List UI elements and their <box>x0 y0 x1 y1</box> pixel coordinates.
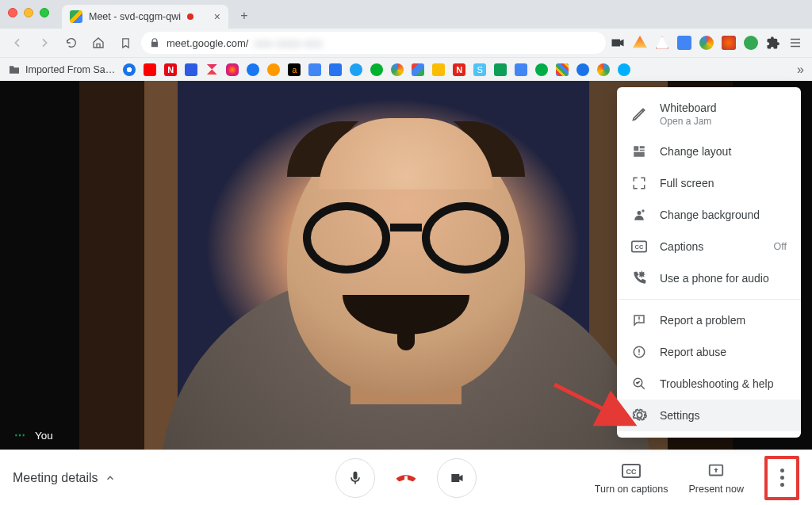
tab-strip: Meet - svd-cqgm-qwi × + <box>62 0 255 29</box>
ext-icon-6[interactable] <box>722 36 736 50</box>
more-options-menu: Whiteboard Open a Jam Change layout Full… <box>617 87 801 438</box>
bm-docs-icon[interactable] <box>515 63 527 76</box>
bm-chrome-icon[interactable] <box>391 63 404 76</box>
brave-icon[interactable] <box>633 36 647 50</box>
close-window-icon[interactable] <box>8 8 17 17</box>
bm-icon-9[interactable]: a <box>288 63 301 76</box>
address-bar[interactable]: meet.google.com/ xxx-xxxx-xxx <box>141 32 606 54</box>
person-soulpatch <box>397 328 415 350</box>
bm-instagram-icon[interactable] <box>226 63 239 76</box>
layout-icon <box>631 143 647 159</box>
menu-report-problem-label: Report a problem <box>660 314 745 327</box>
menu-troubleshoot[interactable]: Troubleshooting & help <box>617 368 801 400</box>
mute-button[interactable] <box>335 458 375 498</box>
new-tab-button[interactable]: + <box>233 5 255 27</box>
home-icon <box>92 36 105 49</box>
browser-tab-active[interactable]: Meet - svd-cqgm-qwi × <box>62 5 228 29</box>
camera-indicator-icon[interactable] <box>611 37 625 48</box>
bm-icon-5[interactable] <box>205 63 218 76</box>
bm-netflix-icon[interactable]: N <box>164 63 177 76</box>
bm-gmail-icon[interactable] <box>412 63 424 76</box>
call-controls <box>335 458 477 498</box>
bookmark-button[interactable] <box>114 32 136 54</box>
phone-audio-icon <box>631 270 647 286</box>
maximize-window-icon[interactable] <box>40 8 49 17</box>
menu-phone-label: Use a phone for audio <box>660 272 769 285</box>
svg-text:CC: CC <box>635 243 644 251</box>
bm-icon-17[interactable]: N <box>453 63 465 76</box>
menu-report-problem[interactable]: Report a problem <box>617 304 801 336</box>
hangup-button[interactable] <box>386 458 426 498</box>
bookmark-folder[interactable]: Imported From Sa… <box>8 63 115 76</box>
bm-twitter-icon[interactable] <box>350 63 362 76</box>
menu-fullscreen[interactable]: Full screen <box>617 167 801 199</box>
menu-report-abuse-label: Report abuse <box>660 346 726 358</box>
browser-toolbar: meet.google.com/ xxx-xxxx-xxx <box>0 29 812 57</box>
bm-facebook-icon[interactable] <box>247 63 259 76</box>
self-label: ⋯ You <box>14 429 53 442</box>
browser-menu-icon[interactable] <box>788 36 802 50</box>
bm-flipkart-icon[interactable] <box>329 63 342 76</box>
chevron-up-icon <box>105 472 116 484</box>
bm-icon-10[interactable] <box>308 63 321 76</box>
bm-youtube-icon[interactable] <box>144 63 156 76</box>
right-actions: CC Turn on captions Present now <box>595 456 799 500</box>
translate-ext-icon[interactable] <box>677 36 691 50</box>
present-now-button[interactable]: Present now <box>689 461 744 495</box>
hangup-icon <box>394 466 418 490</box>
menu-settings[interactable]: Settings <box>617 400 801 431</box>
options-dots-icon[interactable]: ⋯ <box>14 429 27 442</box>
menu-change-background[interactable]: Change background <box>617 199 801 231</box>
warning-ext-icon[interactable] <box>655 36 669 50</box>
lock-icon <box>149 37 160 48</box>
bm-icon-24[interactable] <box>597 63 610 76</box>
bm-icon-25[interactable] <box>618 63 630 76</box>
ext-icon-7[interactable] <box>744 36 758 50</box>
bm-amazon-icon[interactable] <box>267 63 280 76</box>
bm-icon-22[interactable] <box>556 63 569 76</box>
self-label-text: You <box>35 430 53 442</box>
bm-sheets-icon[interactable] <box>494 63 507 76</box>
bm-icon-4[interactable] <box>185 63 197 76</box>
present-label: Present now <box>689 484 744 495</box>
url-host: meet.google.com/ <box>167 37 248 49</box>
bm-icon-1[interactable] <box>123 63 136 76</box>
turn-on-captions-button[interactable]: CC Turn on captions <box>595 461 668 495</box>
close-tab-icon[interactable]: × <box>214 10 220 23</box>
person-glasses <box>303 206 509 270</box>
back-button[interactable] <box>6 32 29 54</box>
menu-captions[interactable]: CC Captions Off <box>617 231 801 262</box>
menu-change-layout[interactable]: Change layout <box>617 136 801 167</box>
menu-whiteboard-label: Whiteboard <box>660 101 717 116</box>
menu-settings-label: Settings <box>660 409 700 422</box>
menu-captions-label: Captions <box>660 240 703 253</box>
captions-icon: CC <box>631 239 647 254</box>
bm-icon-13[interactable] <box>370 63 383 76</box>
extensions-puzzle-icon[interactable] <box>766 36 780 50</box>
bm-icon-23[interactable] <box>576 63 589 76</box>
home-button[interactable] <box>87 32 109 54</box>
forward-button[interactable] <box>33 32 56 54</box>
menu-captions-state: Off <box>774 241 787 252</box>
menu-report-abuse[interactable]: Report abuse <box>617 336 801 368</box>
meeting-details-button[interactable]: Meeting details <box>13 471 116 485</box>
ext-icon-5[interactable] <box>699 36 714 50</box>
menu-phone-audio[interactable]: Use a phone for audio <box>617 262 801 294</box>
sparkle-person-icon <box>631 207 647 223</box>
minimize-window-icon[interactable] <box>24 8 33 17</box>
present-icon <box>707 461 726 480</box>
gear-icon <box>631 407 647 423</box>
feedback-icon <box>631 312 647 328</box>
meet-bottom-bar: Meeting details CC Turn on captions <box>0 450 812 505</box>
reload-button[interactable] <box>60 32 82 54</box>
menu-background-label: Change background <box>660 209 760 221</box>
bm-icon-21[interactable] <box>535 63 548 76</box>
menu-whiteboard[interactable]: Whiteboard Open a Jam <box>617 94 801 136</box>
bm-icon-16[interactable] <box>432 63 445 76</box>
bm-icon-18[interactable]: S <box>473 63 486 76</box>
microphone-icon <box>347 470 363 486</box>
more-options-button[interactable] <box>764 456 799 500</box>
extension-icons <box>611 36 806 50</box>
camera-button[interactable] <box>437 458 477 498</box>
bookmarks-overflow[interactable]: » <box>797 63 804 77</box>
